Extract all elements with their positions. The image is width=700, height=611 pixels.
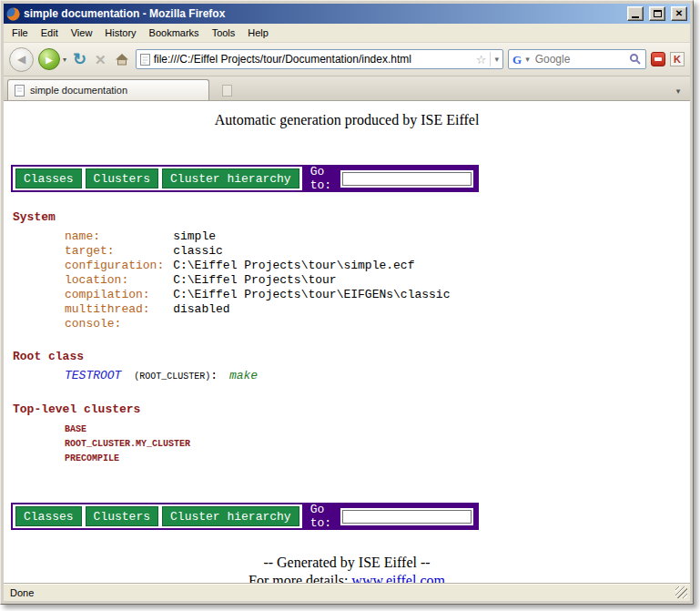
root-colon: : [210,369,218,382]
tab-label: simple documentation [30,85,127,96]
goto-input[interactable] [340,170,473,188]
extension-red-glyph [654,57,662,61]
url-input[interactable] [154,53,472,66]
cluster-link-my-cluster[interactable]: ROOT_CLUSTER.MY_CLUSTER [65,437,690,452]
navigation-toolbar: ◀ ▶ ▾ ↻ ✕ ☆ ▾ G ▾ [4,43,690,76]
new-tab-icon [222,85,232,97]
cluster-hierarchy-button[interactable]: Cluster hierarchy [162,168,299,188]
system-row-value: C:\Eiffel Projects\tour\simple.ecf [173,259,450,273]
doc-navbar-top: Classes Clusters Cluster hierarchy Go to… [11,165,479,192]
cluster-list: BASE ROOT_CLUSTER.MY_CLUSTER PRECOMPILE [65,423,690,466]
maximize-button[interactable] [649,6,665,21]
status-bar: Done [4,583,690,601]
menu-item-history[interactable]: History [98,25,142,41]
home-button[interactable] [113,53,131,66]
urlbar-dropdown-button[interactable]: ▾ [494,55,499,64]
table-row: name:simple [65,229,450,244]
doc-navbar-bottom: Classes Clusters Cluster hierarchy Go to… [11,503,479,530]
back-button[interactable]: ◀ [9,47,34,72]
chevron-down-icon: ▾ [494,55,499,64]
home-icon [115,53,129,66]
firefox-icon [6,7,20,21]
menu-item-view[interactable]: View [65,25,99,41]
root-class-link[interactable]: TESTROOT [65,369,121,382]
forward-dropdown-button[interactable]: ▾ [63,56,66,64]
cluster-link-base[interactable]: BASE [65,423,690,437]
new-tab-button[interactable] [215,81,238,99]
footer-details-prefix: For more details: [249,573,351,583]
goto-label: Go to: [310,165,333,192]
title-bar[interactable]: simple documentation - Mozilla Firefox ✕ [4,4,690,24]
reload-button[interactable]: ↻ [71,51,88,67]
footer-details-line: For more details: www.eiffel.com [4,572,690,583]
system-row-label: target: [65,244,173,259]
root-class-heading: Root class [13,350,690,363]
system-row-label: location: [65,273,173,288]
page-favicon-icon [140,54,150,66]
search-magnifier-icon[interactable] [629,53,642,66]
minimize-icon [632,16,639,18]
menu-item-edit[interactable]: Edit [35,25,65,41]
page-content: Automatic generation produced by ISE Eif… [4,101,690,583]
tab-simple-documentation[interactable]: simple documentation [7,79,209,100]
system-row-value [173,317,450,331]
goto-area-bottom: Go to: [302,504,477,528]
minimize-button[interactable] [627,6,644,21]
table-row: configuration:C:\Eiffel Projects\tour\si… [65,259,450,273]
extension-red-icon[interactable] [651,52,665,66]
clusters-button-bottom[interactable]: Clusters [86,506,158,526]
tab-bar: simple documentation ▾ [4,76,690,101]
goto-label-bottom: Go to: [310,503,333,530]
search-box[interactable]: G ▾ [508,49,646,69]
chevron-down-icon: ▾ [63,56,66,64]
menu-item-bookmarks[interactable]: Bookmarks [143,25,206,41]
system-row-value: simple [173,229,450,244]
table-row: multithread:disabled [65,302,450,317]
bookmark-star-icon[interactable]: ☆ [476,54,487,66]
list-all-tabs-button[interactable]: ▾ [670,82,686,100]
extension-k-icon[interactable]: K [670,52,685,66]
system-heading: System [13,210,690,224]
cluster-link-precompile[interactable]: PRECOMPILE [65,452,690,466]
stop-icon: ✕ [95,52,107,67]
system-table: name:simple target:classic configuration… [65,229,450,331]
clusters-button[interactable]: Clusters [86,168,158,188]
search-input[interactable] [533,52,625,66]
goto-area: Go to: [302,167,477,190]
search-engine-dropdown-button[interactable]: ▾ [525,55,530,64]
forward-button[interactable]: ▶ [38,48,60,70]
system-row-label: configuration: [65,259,173,273]
close-icon: ✕ [675,9,683,18]
status-text: Done [10,587,34,598]
google-logo-icon: G [512,54,522,66]
system-row-value: classic [173,244,450,259]
system-row-value: C:\Eiffel Projects\tour\EIFGENs\classic [173,288,450,302]
system-row-label: compilation: [65,288,173,302]
menu-item-tools[interactable]: Tools [206,25,242,41]
table-row: compilation:C:\Eiffel Projects\tour\EIFG… [65,288,450,302]
location-bar[interactable]: ☆ ▾ [136,49,503,69]
close-button[interactable]: ✕ [671,6,687,21]
clusters-heading: Top-level clusters [13,402,690,416]
chevron-down-icon: ▾ [676,87,681,96]
tab-favicon-icon [15,85,25,97]
goto-input-bottom[interactable] [340,508,473,525]
classes-button-bottom[interactable]: Classes [15,506,82,526]
root-class-line: TESTROOT (ROOT_CLUSTER): make [65,368,690,384]
classes-button[interactable]: Classes [15,168,82,188]
system-row-value: disabled [173,302,450,317]
root-cluster-ref: (ROOT_CLUSTER) [134,372,210,382]
resize-grip[interactable] [675,586,687,598]
footer-generated-text: -- Generated by ISE Eiffel -- [4,554,690,572]
root-feature-link[interactable]: make [229,369,258,382]
menu-item-file[interactable]: File [5,25,35,41]
stop-button[interactable]: ✕ [93,53,108,66]
urlbar-divider [490,52,491,66]
table-row: location:C:\Eiffel Projects\tour [65,273,450,288]
maximize-icon [654,10,662,17]
menu-item-help[interactable]: Help [241,25,275,41]
eiffel-link[interactable]: www.eiffel.com [351,573,445,583]
window-title: simple documentation - Mozilla Firefox [24,7,622,20]
cluster-hierarchy-button-bottom[interactable]: Cluster hierarchy [162,506,299,526]
chevron-down-icon: ▾ [525,55,530,64]
